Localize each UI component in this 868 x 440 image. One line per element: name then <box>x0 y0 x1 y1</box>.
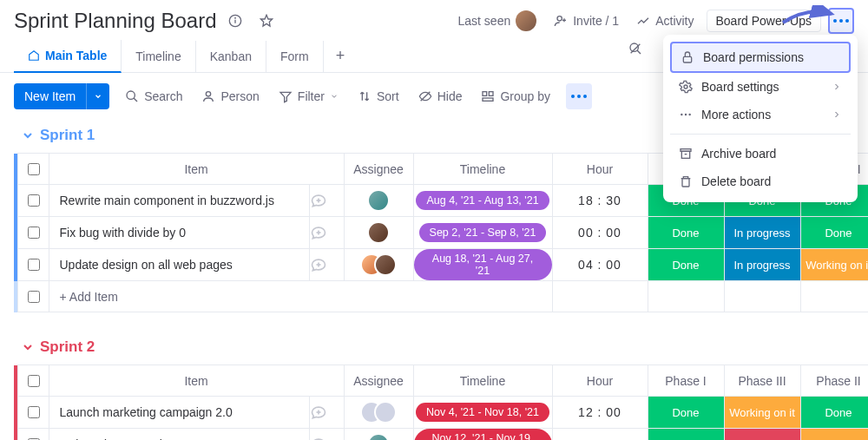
row-checkbox[interactable] <box>17 281 49 312</box>
row-checkbox[interactable] <box>17 397 49 429</box>
timeline-cell[interactable]: Aug 18, '21 - Aug 27, '21 <box>413 249 552 281</box>
chevron-down-icon <box>94 92 102 101</box>
hide-button[interactable]: Hide <box>415 86 466 107</box>
col-assignee-header[interactable]: Assignee <box>344 365 413 397</box>
col-phase2-header[interactable]: Phase II <box>800 365 868 397</box>
timeline-cell[interactable]: Nov 4, '21 - Nov 18, '21 <box>413 397 552 429</box>
col-select-all[interactable] <box>17 365 49 397</box>
last-seen[interactable]: Last seen <box>453 7 542 35</box>
status-cell[interactable]: Done <box>648 217 724 249</box>
assignee-cell[interactable] <box>344 397 413 429</box>
table-row: Update design on all web pages Aug 18, '… <box>14 249 868 281</box>
col-timeline-header[interactable]: Timeline <box>413 365 552 397</box>
last-seen-label: Last seen <box>458 14 511 28</box>
item-name-cell[interactable]: Onboard new employees <box>49 429 309 441</box>
avatar[interactable] <box>374 401 397 424</box>
status-cell[interactable]: Done <box>648 249 724 281</box>
hour-cell[interactable]: 12 : 00 <box>552 397 648 429</box>
open-chat-button[interactable] <box>309 185 344 217</box>
row-checkbox[interactable] <box>17 429 49 441</box>
item-name-cell[interactable]: Rewrite main component in buzzword.js <box>49 185 309 217</box>
col-assignee-header[interactable]: Assignee <box>344 154 413 185</box>
item-name-cell[interactable]: Launch marketing campaign 2.0 <box>49 397 309 429</box>
avatar[interactable] <box>367 433 390 440</box>
menu-board-settings[interactable]: Board settings <box>670 73 851 101</box>
menu-board-permissions[interactable]: Board permissions <box>670 42 851 73</box>
person-filter-button[interactable]: Person <box>198 86 262 107</box>
star-icon[interactable] <box>254 9 279 33</box>
board-title[interactable]: Sprint Planning Board <box>14 9 216 33</box>
info-icon[interactable] <box>223 9 247 33</box>
group-table: Item Assignee Timeline Hour Phase I Phas… <box>14 364 868 440</box>
tab-form[interactable]: Form <box>266 41 324 72</box>
open-chat-button[interactable] <box>309 217 344 249</box>
avatar[interactable] <box>374 253 397 276</box>
status-cell[interactable]: Done <box>648 429 724 441</box>
board-actions-menu: Board permissions Board settings More ac… <box>663 35 858 202</box>
status-cell[interactable]: Done <box>800 397 868 429</box>
toolbar-more-button[interactable] <box>566 83 592 109</box>
open-chat-button[interactable] <box>309 397 344 429</box>
add-item-cell[interactable]: + Add Item <box>49 281 552 312</box>
board-powerups-button[interactable]: Board Power-Ups <box>707 10 822 32</box>
status-cell[interactable]: Working on it <box>800 249 868 281</box>
tab-kanban[interactable]: Kanban <box>196 41 266 72</box>
filter-button[interactable]: Filter <box>275 86 342 107</box>
hour-cell[interactable]: 00 : 00 <box>552 217 648 249</box>
col-item-header[interactable]: Item <box>49 154 344 185</box>
tab-timeline[interactable]: Timeline <box>122 41 195 72</box>
sort-button[interactable]: Sort <box>354 86 403 107</box>
board-menu-button[interactable] <box>828 8 854 34</box>
menu-more-actions[interactable]: More actions <box>670 101 851 128</box>
assignee-cell[interactable] <box>344 249 413 281</box>
status-cell[interactable]: In progress <box>724 217 800 249</box>
item-name-cell[interactable]: Fix bug with divide by 0 <box>49 217 309 249</box>
item-name-cell[interactable]: Update design on all web pages <box>49 249 309 281</box>
hour-cell[interactable]: 04 : 00 <box>552 249 648 281</box>
status-cell[interactable]: Working on it <box>800 429 868 441</box>
col-hour-header[interactable]: Hour <box>552 154 648 185</box>
status-cell[interactable]: Stuck <box>724 429 800 441</box>
activity-button[interactable]: Activity <box>631 10 699 31</box>
invite-button[interactable]: Invite / 1 <box>549 10 624 31</box>
close-search-icon[interactable] <box>628 42 642 56</box>
status-cell[interactable]: Done <box>800 217 868 249</box>
hour-cell[interactable]: 20 : 30 <box>552 429 648 441</box>
timeline-cell[interactable]: Nov 12, '21 - Nov 19, '21 <box>413 429 552 441</box>
col-hour-header[interactable]: Hour <box>552 365 648 397</box>
hour-cell[interactable]: 18 : 30 <box>552 185 648 217</box>
row-checkbox[interactable] <box>17 217 49 249</box>
assignee-cell[interactable] <box>344 429 413 441</box>
new-item-split-button: New Item <box>14 83 109 109</box>
menu-delete-board[interactable]: Delete board <box>670 167 851 195</box>
new-item-caret[interactable] <box>86 83 109 109</box>
svg-marker-22 <box>280 92 291 102</box>
open-chat-button[interactable] <box>309 249 344 281</box>
status-cell[interactable]: In progress <box>724 249 800 281</box>
timeline-cell[interactable]: Aug 4, '21 - Aug 13, '21 <box>413 185 552 217</box>
col-item-header[interactable]: Item <box>49 365 344 397</box>
col-phase1-header[interactable]: Phase I <box>648 365 724 397</box>
svg-line-8 <box>637 50 641 54</box>
tab-add[interactable]: + <box>324 42 358 70</box>
search-button[interactable]: Search <box>122 86 186 107</box>
menu-archive-board[interactable]: Archive board <box>670 140 851 167</box>
row-checkbox[interactable] <box>17 185 49 217</box>
group-header[interactable]: Sprint 2 <box>14 332 854 364</box>
group-by-button[interactable]: Group by <box>477 86 554 107</box>
new-item-button[interactable]: New Item <box>14 83 86 109</box>
avatar[interactable] <box>367 189 390 212</box>
add-item-row[interactable]: + Add Item <box>14 281 868 312</box>
assignee-cell[interactable] <box>344 217 413 249</box>
status-cell[interactable]: Working on it <box>724 397 800 429</box>
col-select-all[interactable] <box>17 154 49 185</box>
row-checkbox[interactable] <box>17 249 49 281</box>
status-cell[interactable]: Done <box>648 397 724 429</box>
tab-main-table[interactable]: Main Table <box>14 40 122 73</box>
col-phase3-header[interactable]: Phase III <box>724 365 800 397</box>
assignee-cell[interactable] <box>344 185 413 217</box>
timeline-cell[interactable]: Sep 2, '21 - Sep 8, '21 <box>413 217 552 249</box>
avatar[interactable] <box>367 221 390 244</box>
open-chat-button[interactable] <box>309 429 344 441</box>
col-timeline-header[interactable]: Timeline <box>413 154 552 185</box>
